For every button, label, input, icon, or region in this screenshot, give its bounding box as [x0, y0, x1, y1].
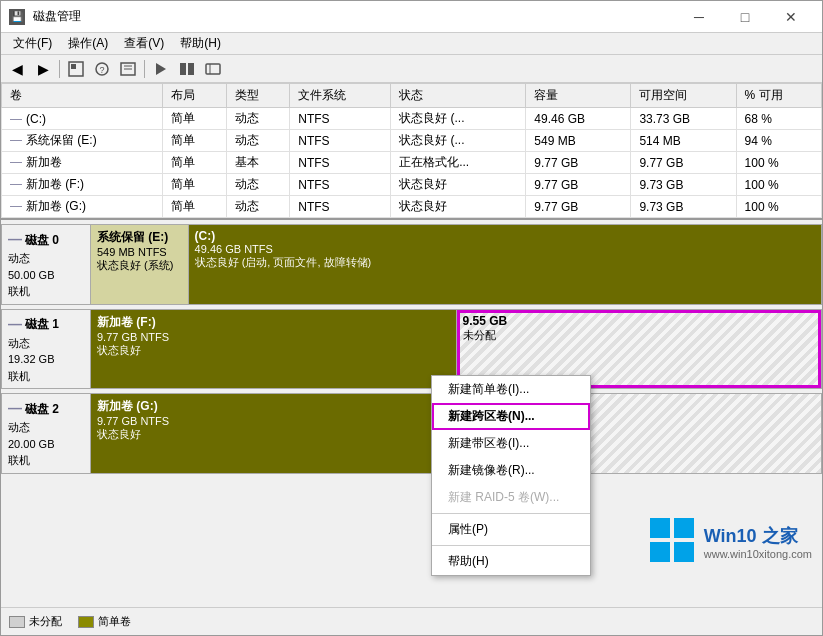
ctx-item-3[interactable]: 新建镜像卷(R)... — [432, 457, 590, 484]
svg-rect-12 — [650, 518, 670, 538]
win10-logo — [648, 516, 696, 564]
legend-item-1: 简单卷 — [78, 614, 131, 629]
title-bar-left: 💾 磁盘管理 — [9, 8, 81, 25]
part-label-1-1: 9.55 GB — [463, 314, 816, 328]
toolbar-btn-6[interactable] — [201, 58, 225, 80]
disk-size-2: 20.00 GB — [8, 436, 84, 453]
table-cell-4-5: 9.77 GB — [526, 196, 631, 218]
toolbar-btn-5[interactable] — [175, 58, 199, 80]
toolbar: ◀ ▶ ? — [1, 55, 822, 83]
disk-size-1: 19.32 GB — [8, 351, 84, 368]
main-window: 💾 磁盘管理 ─ □ ✕ 文件(F) 操作(A) 查看(V) 帮助(H) ◀ ▶… — [0, 0, 823, 636]
table-cell-2-3: NTFS — [290, 152, 391, 174]
toolbar-sep-2 — [144, 60, 145, 78]
svg-rect-1 — [71, 64, 76, 69]
toolbar-btn-4[interactable] — [149, 58, 173, 80]
forward-button[interactable]: ▶ — [31, 58, 55, 80]
close-button[interactable]: ✕ — [768, 1, 814, 33]
disk-label-1: — 磁盘 1 动态 19.32 GB 联机 — [1, 309, 91, 390]
maximize-button[interactable]: □ — [722, 1, 768, 33]
disk-status-0: 联机 — [8, 283, 84, 300]
part-status-0-1: 状态良好 (启动, 页面文件, 故障转储) — [195, 255, 815, 270]
disk-row-2: — 磁盘 2 动态 20.00 GB 联机新加卷 (G:) 9.77 GB NT… — [1, 393, 822, 474]
menu-bar: 文件(F) 操作(A) 查看(V) 帮助(H) — [1, 33, 822, 55]
menu-view[interactable]: 查看(V) — [116, 33, 172, 54]
svg-rect-10 — [206, 64, 220, 74]
menu-action[interactable]: 操作(A) — [60, 33, 116, 54]
part-status-0-0: 状态良好 (系统) — [97, 258, 182, 273]
partition-0-0[interactable]: 系统保留 (E:) 549 MB NTFS 状态良好 (系统) — [91, 225, 189, 304]
table-row[interactable]: —新加卷简单基本NTFS正在格式化...9.77 GB9.77 GB100 % — [2, 152, 822, 174]
col-free: 可用空间 — [631, 84, 736, 108]
part-size-1-1: 未分配 — [463, 328, 816, 343]
toolbar-btn-2[interactable]: ? — [90, 58, 114, 80]
legend-item-0: 未分配 — [9, 614, 62, 629]
ctx-item-6[interactable]: 属性(P) — [432, 516, 590, 543]
table-cell-3-4: 状态良好 — [391, 174, 526, 196]
toolbar-btn-3[interactable] — [116, 58, 140, 80]
table-cell-1-3: NTFS — [290, 130, 391, 152]
table-row[interactable]: —(C:)简单动态NTFS状态良好 (...49.46 GB33.73 GB68… — [2, 108, 822, 130]
col-fs: 文件系统 — [290, 84, 391, 108]
table-cell-2-6: 9.77 GB — [631, 152, 736, 174]
watermark: Win10 之家 www.win10xitong.com — [648, 516, 812, 567]
table-cell-0-3: NTFS — [290, 108, 391, 130]
table-cell-3-1: 简单 — [162, 174, 226, 196]
table-cell-0-6: 33.73 GB — [631, 108, 736, 130]
ctx-item-0[interactable]: 新建简单卷(I)... — [432, 376, 590, 403]
menu-help[interactable]: 帮助(H) — [172, 33, 229, 54]
part-label-0-0: 系统保留 (E:) — [97, 229, 182, 246]
table-cell-0-2: 动态 — [226, 108, 290, 130]
table-cell-4-3: NTFS — [290, 196, 391, 218]
disk-name-0: — 磁盘 0 — [8, 229, 84, 250]
disk-visual-area: — 磁盘 0 动态 50.00 GB 联机系统保留 (E:) 549 MB NT… — [1, 220, 822, 482]
watermark-site: www.win10xitong.com — [704, 548, 812, 560]
table-cell-2-4: 正在格式化... — [391, 152, 526, 174]
table-row[interactable]: —新加卷 (G:)简单动态NTFS状态良好9.77 GB9.73 GB100 % — [2, 196, 822, 218]
ctx-separator-7 — [432, 545, 590, 546]
context-menu: 新建简单卷(I)...新建跨区卷(N)...新建带区卷(I)...新建镜像卷(R… — [431, 375, 591, 576]
col-vol: 卷 — [2, 84, 163, 108]
partition-0-1[interactable]: (C:) 49.46 GB NTFS 状态良好 (启动, 页面文件, 故障转储) — [189, 225, 821, 304]
watermark-brand: Win10 之家 — [704, 524, 812, 548]
table-cell-1-2: 动态 — [226, 130, 290, 152]
disk-type-1: 动态 — [8, 335, 84, 352]
disk-visual-wrapper: — 磁盘 0 动态 50.00 GB 联机系统保留 (E:) 549 MB NT… — [1, 220, 822, 607]
disk-label-2: — 磁盘 2 动态 20.00 GB 联机 — [1, 393, 91, 474]
legend-box-1 — [78, 616, 94, 628]
ctx-item-8[interactable]: 帮助(H) — [432, 548, 590, 575]
table-cell-0-4: 状态良好 (... — [391, 108, 526, 130]
disk-type-0: 动态 — [8, 250, 84, 267]
part-status-2-0: 状态良好 — [97, 427, 450, 442]
ctx-item-2[interactable]: 新建带区卷(I)... — [432, 430, 590, 457]
table-row[interactable]: —系统保留 (E:)简单动态NTFS状态良好 (...549 MB514 MB9… — [2, 130, 822, 152]
svg-text:?: ? — [99, 65, 104, 75]
table-cell-1-7: 94 % — [736, 130, 821, 152]
toolbar-btn-1[interactable] — [64, 58, 88, 80]
partition-1-0[interactable]: 新加卷 (F:) 9.77 GB NTFS 状态良好 — [91, 310, 457, 389]
part-status-1-0: 状态良好 — [97, 343, 450, 358]
table-cell-0-1: 简单 — [162, 108, 226, 130]
menu-file[interactable]: 文件(F) — [5, 33, 60, 54]
disk-name-1: — 磁盘 1 — [8, 314, 84, 335]
back-button[interactable]: ◀ — [5, 58, 29, 80]
toolbar-sep-1 — [59, 60, 60, 78]
ctx-item-1[interactable]: 新建跨区卷(N)... — [432, 403, 590, 430]
table-cell-4-7: 100 % — [736, 196, 821, 218]
svg-rect-14 — [650, 542, 670, 562]
legend-label-1: 简单卷 — [98, 614, 131, 629]
table-cell-3-2: 动态 — [226, 174, 290, 196]
title-controls: ─ □ ✕ — [676, 1, 814, 33]
table-cell-3-0: —新加卷 (F:) — [2, 174, 163, 196]
partition-2-0[interactable]: 新加卷 (G:) 9.77 GB NTFS 状态良好 — [91, 394, 457, 473]
table-cell-2-2: 基本 — [226, 152, 290, 174]
title-bar: 💾 磁盘管理 ─ □ ✕ — [1, 1, 822, 33]
ctx-item-4: 新建 RAID-5 卷(W)... — [432, 484, 590, 511]
part-size-1-0: 9.77 GB NTFS — [97, 331, 450, 343]
main-content: 卷 布局 类型 文件系统 状态 容量 可用空间 % 可用 —(C:)简单动态NT… — [1, 83, 822, 635]
minimize-button[interactable]: ─ — [676, 1, 722, 33]
disk-partitions-0: 系统保留 (E:) 549 MB NTFS 状态良好 (系统)(C:) 49.4… — [91, 224, 822, 305]
svg-marker-7 — [156, 63, 166, 75]
app-icon: 💾 — [9, 9, 25, 25]
table-row[interactable]: —新加卷 (F:)简单动态NTFS状态良好9.77 GB9.73 GB100 % — [2, 174, 822, 196]
